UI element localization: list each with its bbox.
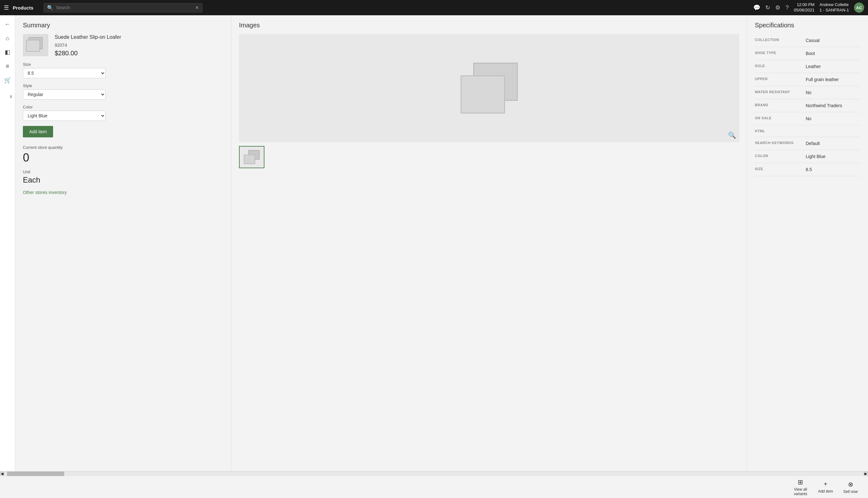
product-name: Suede Leather Slip-on Loafer <box>55 34 121 41</box>
help-icon[interactable]: ? <box>785 4 788 11</box>
product-sku: 92074 <box>55 43 121 48</box>
zoom-icon[interactable]: 🔍 <box>728 131 736 139</box>
bottom-bar: ⊞ View allvariants + Add item ⊗ Sell now <box>0 476 868 498</box>
spec-value: Northwind Traders <box>806 103 860 108</box>
spec-key: HTML <box>755 129 806 133</box>
style-section: Style Regular Wide Narrow <box>23 83 223 100</box>
spec-row: ON SALE No <box>755 112 860 125</box>
close-search-icon[interactable]: ✕ <box>195 5 199 10</box>
specs-title: Specifications <box>755 22 860 29</box>
spec-value: Full grain leather <box>806 77 860 82</box>
chat-icon[interactable]: 💬 <box>753 4 760 11</box>
thumbnail-strip <box>239 146 739 168</box>
spec-value: Default <box>806 141 860 146</box>
hamburger-icon[interactable]: ☰ <box>4 4 9 11</box>
sidebar-item-badge[interactable]: 0 <box>1 88 14 101</box>
spec-row: SHOE TYPE Boot <box>755 47 860 60</box>
sidebar-item-home[interactable]: ⌂ <box>1 32 14 44</box>
spec-rows: COLLECTION Casual SHOE TYPE Boot SOLE Le… <box>755 34 860 176</box>
thumb-icon-1 <box>244 150 260 164</box>
spec-value: Casual <box>806 38 860 43</box>
bottom-action-add-item[interactable]: + Add item <box>814 478 837 496</box>
spec-key: COLLECTION <box>755 38 806 42</box>
app-title: Products <box>13 5 33 11</box>
search-bar[interactable]: 🔍 ✕ <box>43 3 202 12</box>
topbar-user: Andrew Collette 1 - SANFRAN-1 <box>820 2 849 13</box>
spec-key: WATER RESISTANT <box>755 90 806 94</box>
product-price: $280.00 <box>55 50 121 57</box>
view-all-variants-icon: ⊞ <box>798 478 803 486</box>
specs-panel: Specifications COLLECTION Casual SHOE TY… <box>747 15 868 471</box>
spec-value: No <box>806 90 860 95</box>
style-select[interactable]: Regular Wide Narrow <box>23 89 106 100</box>
spec-key: SOLE <box>755 64 806 68</box>
spec-key: UPPER <box>755 77 806 81</box>
product-header: Suede Leather Slip-on Loafer 92074 $280.… <box>23 34 223 57</box>
spec-row: SOLE Leather <box>755 60 860 73</box>
spec-value: Boot <box>806 51 860 56</box>
content-area: Summary Suede Leather Slip-on Loafer 920… <box>15 15 868 471</box>
quantity-section: Current store quantity 0 <box>23 145 223 165</box>
search-icon: 🔍 <box>47 5 53 11</box>
main-layout: ← ⌂ ◧ ≡ 🛒 0 Summary Suede Leather Slip-o… <box>0 15 868 471</box>
search-input[interactable] <box>56 5 193 10</box>
scroll-track[interactable] <box>4 472 864 476</box>
spec-row: BRAND Northwind Traders <box>755 99 860 112</box>
unit-label: Unit <box>23 170 223 174</box>
size-select[interactable]: 8.5 9 9.5 10 10.5 11 <box>23 68 106 78</box>
add-item-icon: + <box>824 481 827 488</box>
color-select[interactable]: Light Blue Black Brown White <box>23 111 106 121</box>
settings-icon[interactable]: ⚙ <box>775 4 780 11</box>
spec-row: HTML <box>755 125 860 137</box>
main-image-front <box>461 75 505 114</box>
images-panel: Images 🔍 <box>231 15 747 471</box>
summary-title: Summary <box>23 22 223 29</box>
bottom-action-view-all-variants[interactable]: ⊞ View allvariants <box>789 476 812 498</box>
sidebar-item-menu[interactable]: ≡ <box>1 60 14 73</box>
sidebar-item-store[interactable]: ◧ <box>1 46 14 58</box>
topbar-time: 12:00 PM 05/06/2021 <box>794 2 814 13</box>
spec-key: COLOR <box>755 154 806 158</box>
horizontal-scrollbar[interactable]: ◀ ▶ <box>0 471 868 476</box>
refresh-icon[interactable]: ↻ <box>765 4 770 11</box>
sell-now-label: Sell now <box>843 489 857 494</box>
style-label: Style <box>23 83 223 88</box>
scroll-left-arrow[interactable]: ◀ <box>0 472 4 476</box>
main-image-area: 🔍 <box>239 34 739 142</box>
spec-row: UPPER Full grain leather <box>755 73 860 86</box>
product-image <box>23 34 48 56</box>
color-label: Color <box>23 105 223 109</box>
unit-value: Each <box>23 175 223 184</box>
spec-row: COLOR Light Blue <box>755 150 860 163</box>
sidebar-item-back[interactable]: ← <box>1 18 14 30</box>
spec-value: 8.5 <box>806 167 860 172</box>
quantity-value: 0 <box>23 151 223 165</box>
main-image-stack <box>461 63 518 114</box>
sidebar-item-cart[interactable]: 🛒 <box>1 74 14 87</box>
summary-panel: Summary Suede Leather Slip-on Loafer 920… <box>15 15 231 471</box>
spec-key: ON SALE <box>755 116 806 120</box>
quantity-label: Current store quantity <box>23 145 223 150</box>
size-label: Size <box>23 62 223 67</box>
scroll-handle[interactable] <box>7 472 64 476</box>
other-stores-link[interactable]: Other stores inventory <box>23 190 67 195</box>
scroll-right-arrow[interactable]: ▶ <box>864 472 868 476</box>
images-title: Images <box>239 22 739 29</box>
topbar-right: 💬 ↻ ⚙ ? 12:00 PM 05/06/2021 Andrew Colle… <box>753 2 864 13</box>
bottom-action-sell-now[interactable]: ⊗ Sell now <box>839 478 862 496</box>
topbar: ☰ Products 🔍 ✕ 💬 ↻ ⚙ ? 12:00 PM 05/06/20… <box>0 0 868 15</box>
avatar: AC <box>854 2 864 13</box>
spec-value: No <box>806 116 860 121</box>
spec-row: COLLECTION Casual <box>755 34 860 47</box>
thumbnail-1[interactable] <box>239 146 265 168</box>
topbar-left: ☰ Products <box>4 4 33 11</box>
add-item-button[interactable]: Add item <box>23 126 53 137</box>
spec-key: BRAND <box>755 103 806 107</box>
spec-key: SEARCH KEYWORDS <box>755 141 806 145</box>
spec-key: SIZE <box>755 167 806 171</box>
add-item-label: Add item <box>818 489 833 494</box>
spec-row: SIZE 8.5 <box>755 163 860 176</box>
sell-now-icon: ⊗ <box>848 481 853 488</box>
spec-key: SHOE TYPE <box>755 51 806 55</box>
product-info: Suede Leather Slip-on Loafer 92074 $280.… <box>55 34 121 57</box>
